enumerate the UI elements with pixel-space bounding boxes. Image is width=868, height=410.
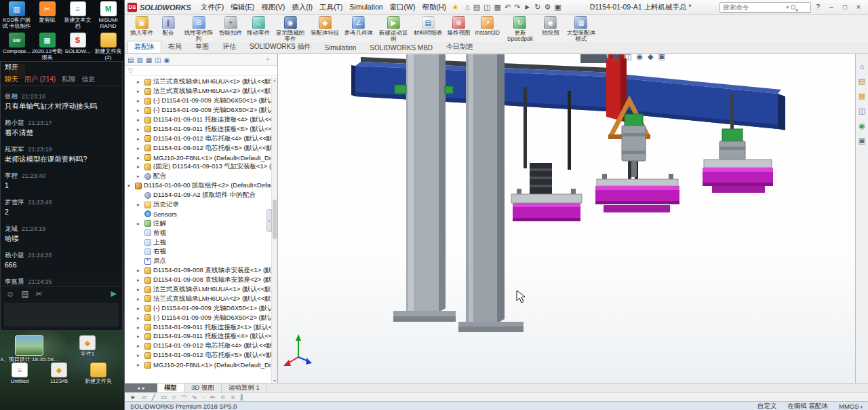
quick-access-icon[interactable] xyxy=(544,3,551,12)
task-pane-icon[interactable] xyxy=(859,136,865,145)
desktop-icon[interactable]: 零件1 xyxy=(58,335,117,362)
tree-item[interactable]: ▸ 配合 xyxy=(125,172,271,181)
panel-overflow-icon[interactable]: » xyxy=(267,56,269,62)
tree-item[interactable]: ▸ (-) D1154-01-09-009 光轴D6X50<1> (默认<<默 xyxy=(125,96,271,106)
sketch-tool-icon[interactable] xyxy=(130,394,136,400)
tree-item[interactable]: ▸ D1154-01-09-011 托板连接板<4> (默认<<默认> xyxy=(125,332,271,341)
panel-tab-icon[interactable] xyxy=(146,56,152,64)
tree-expand-arrow[interactable]: ▸ xyxy=(137,362,142,368)
quick-access-icon[interactable] xyxy=(494,3,501,12)
tree-item[interactable]: ▸ D1154-01-09-011 托板连接板2<1> (默认<<默认 xyxy=(125,322,271,332)
desktop-icon[interactable]: 3、项目设计 18-35-58... xyxy=(0,335,58,362)
tree-item[interactable]: D1154-01-09-A2 抓取组件 中的配合 xyxy=(125,191,271,200)
task-pane-icon[interactable] xyxy=(860,62,865,71)
scroll-left-icon[interactable]: ◂ xyxy=(137,386,140,391)
tree-item[interactable]: 右视 xyxy=(125,247,271,257)
menu-item[interactable]: 插入(I) xyxy=(288,3,316,12)
chat-tab[interactable]: 聊天 xyxy=(5,75,18,84)
tree-expand-arrow[interactable]: ▸ xyxy=(137,98,142,104)
tree-item[interactable]: ▸ D1154-01-09-011 托板连接板<5> (默认<<默认> xyxy=(125,124,271,134)
tree-item[interactable]: ▸ D1154-01-09-011 托板连接板<4> (默认<<默认> xyxy=(125,115,271,125)
desktop-icon[interactable]: 新建文件夹 xyxy=(79,362,118,384)
desktop-icon[interactable]: MiSUMi RAPiD xyxy=(93,1,123,33)
sketch-tool-icon[interactable] xyxy=(161,394,167,400)
sketch-tool-icon[interactable] xyxy=(220,394,226,400)
sketch-tool-icon[interactable] xyxy=(210,394,216,400)
ribbon-button[interactable]: 拍快照 xyxy=(539,16,562,37)
ribbon-button[interactable]: 爆炸视图 xyxy=(446,16,472,37)
quick-access-icon[interactable] xyxy=(505,3,511,12)
ribbon-button[interactable]: 新建运动算例 xyxy=(376,16,410,43)
ribbon-button[interactable]: 参考几何体 xyxy=(343,16,375,37)
chat-tab[interactable]: 信息 xyxy=(81,75,95,84)
desktop-icon[interactable]: 新建文件夹 (2) xyxy=(93,33,123,64)
sketch-tool-icon[interactable] xyxy=(203,394,205,400)
command-search-input[interactable] xyxy=(723,3,784,11)
menu-item[interactable]: 编辑(E) xyxy=(227,3,258,12)
sketch-tool-icon[interactable] xyxy=(142,394,146,400)
tree-expand-arrow[interactable]: ▾ xyxy=(127,183,133,189)
desktop-icon[interactable]: KSS客户测试 卡轨制作例 xyxy=(1,1,32,33)
tree-expand-arrow[interactable]: ▸ xyxy=(137,324,142,331)
chat-tab[interactable]: 用户 (214) xyxy=(24,75,56,84)
document-tab[interactable]: 3D 视图 xyxy=(184,384,222,392)
ribbon-button[interactable]: 插入零件 xyxy=(129,16,155,37)
screenshot-icon[interactable] xyxy=(36,289,43,299)
tree-expand-arrow[interactable]: ▸ xyxy=(137,221,142,227)
tree-item[interactable]: ▸ D1154-01-09-008 直线轴承安装座<2> (默认<< xyxy=(125,276,271,285)
assembly-model[interactable] xyxy=(278,54,855,383)
window-control-button[interactable] xyxy=(838,3,852,11)
image-icon[interactable] xyxy=(21,289,28,299)
panel-tab-icon[interactable] xyxy=(127,56,134,64)
panel-collapse-handle[interactable]: ‹ xyxy=(267,209,272,232)
ribbon-button[interactable]: 材料明细表 xyxy=(412,16,444,37)
ribbon-button[interactable]: 装配体特征 xyxy=(309,16,341,37)
panel-tab-icon[interactable] xyxy=(164,56,170,64)
sketch-tool-icon[interactable] xyxy=(152,394,155,400)
ribbon-button[interactable]: 线性零件阵列 xyxy=(182,16,216,43)
tree-item[interactable]: ▸ 法兰式直线轴承LMH6UUA<2> (默认<<默认> xyxy=(125,294,271,303)
search-icon[interactable] xyxy=(791,5,795,10)
ribbon-button[interactable]: 配合 xyxy=(157,16,180,37)
tree-expand-arrow[interactable]: ▸ xyxy=(137,286,142,293)
tree-expand-arrow[interactable]: ▸ xyxy=(137,202,142,208)
tree-item[interactable]: ▸ MGJ10-20-F8NL<1> (Default<Default_Disp… xyxy=(125,153,271,162)
quick-access-icon[interactable] xyxy=(534,3,540,12)
task-pane-icon[interactable] xyxy=(859,122,865,130)
tree-expand-arrow[interactable]: ▸ xyxy=(137,117,142,123)
graphics-viewport[interactable] xyxy=(278,54,855,383)
ribbon-tab[interactable]: 草图 xyxy=(189,41,216,53)
tree-expand-arrow[interactable]: ▸ xyxy=(137,277,142,283)
desktop-icon[interactable]: 2020.12考勤 报表 xyxy=(32,33,62,64)
tree-expand-arrow[interactable]: ▸ xyxy=(137,88,142,94)
view-toolbar-icon[interactable] xyxy=(601,54,608,61)
scrollbar-thumb[interactable] xyxy=(273,200,277,239)
view-toolbar-icon[interactable] xyxy=(648,54,653,61)
panel-tab-icon[interactable] xyxy=(136,56,142,64)
tree-item[interactable]: ▸ (固定) D1154-01-09-013 气缸安装板<1> (默认< xyxy=(125,162,271,172)
sketch-tool-icon[interactable] xyxy=(192,394,197,400)
window-control-button[interactable] xyxy=(825,3,838,11)
tree-scrollbar[interactable]: ▴▾ xyxy=(271,77,277,383)
quick-access-icon[interactable] xyxy=(514,3,520,12)
chat-tab[interactable]: 私聊 xyxy=(62,75,75,84)
desktop-icon[interactable]: 新建文本文档 xyxy=(62,1,93,33)
menu-item[interactable]: 文件(F) xyxy=(197,3,227,12)
ribbon-button[interactable]: 显示隐藏的零件 xyxy=(273,16,307,43)
tree-item[interactable]: ▸ MGJ10-20-F8NL<1> (Default<Default_Disp… xyxy=(125,360,271,370)
ribbon-tab[interactable]: SOLIDWORKS 插件 xyxy=(243,41,318,53)
task-pane-icon[interactable] xyxy=(859,77,865,86)
pin-menu-icon[interactable]: ★ xyxy=(452,3,458,11)
ribbon-tab[interactable]: 今日制造 xyxy=(439,41,480,53)
emoji-icon[interactable] xyxy=(6,289,14,299)
tree-item[interactable]: ▾ D1154-01-09-00 抓取组件<2> (Default<Defaul… xyxy=(125,181,271,191)
tree-item[interactable]: ▸ 法兰式直线轴承LMH6UUA<1> (默认<<默认>_显 xyxy=(125,77,271,87)
view-toolbar-icon[interactable] xyxy=(613,54,620,61)
ribbon-button[interactable]: 更新 Speedpak xyxy=(503,16,537,43)
panel-tab-icon[interactable] xyxy=(155,56,161,64)
tree-expand-arrow[interactable]: ▸ xyxy=(137,305,142,312)
view-toolbar-icon[interactable] xyxy=(658,54,665,61)
chat-message-list[interactable]: 张相21:23:16 只有单轴气缸才对浮动接头吗 赖小慧21:23:17 看不清… xyxy=(1,86,122,286)
quick-access-icon[interactable] xyxy=(484,3,490,12)
filter-icon[interactable]: ▽ xyxy=(128,67,133,74)
